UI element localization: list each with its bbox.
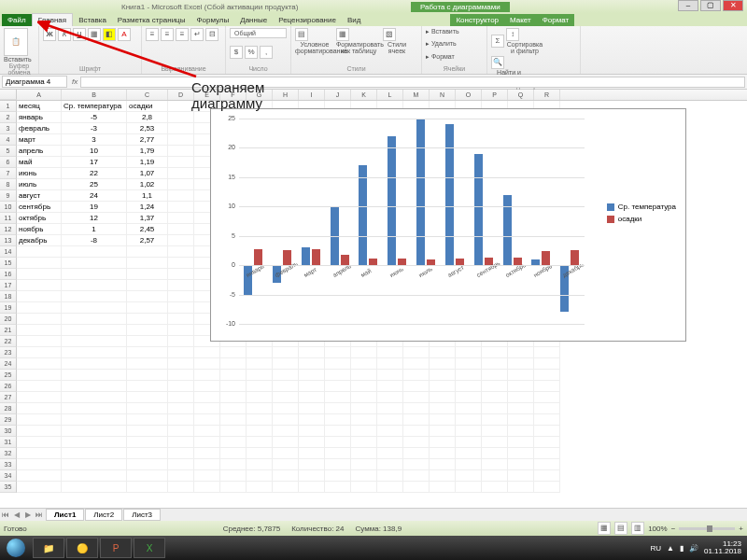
cell[interactable] <box>325 414 351 426</box>
cell[interactable] <box>17 302 62 314</box>
cell[interactable]: май <box>17 157 62 168</box>
cell[interactable] <box>508 403 534 414</box>
cell[interactable]: Ср. температура <box>62 101 127 112</box>
cell[interactable] <box>220 470 247 482</box>
row-header[interactable]: 16 <box>0 269 17 280</box>
cell[interactable] <box>247 426 273 437</box>
cell[interactable]: 25 <box>62 179 127 190</box>
cell[interactable] <box>299 470 325 482</box>
cell[interactable] <box>62 381 127 392</box>
cell[interactable] <box>247 437 273 448</box>
cell[interactable] <box>456 358 482 370</box>
chart-bar[interactable] <box>359 165 367 265</box>
cell[interactable] <box>168 112 194 123</box>
cell[interactable]: 10 <box>62 146 127 157</box>
cell[interactable] <box>534 426 560 437</box>
row-header[interactable]: 17 <box>0 280 17 291</box>
cell[interactable] <box>247 448 273 459</box>
cell[interactable] <box>508 459 534 470</box>
cell[interactable] <box>168 101 194 112</box>
find-select-button[interactable]: 🔍 <box>491 56 504 69</box>
cell[interactable] <box>220 403 247 414</box>
cell[interactable] <box>17 381 62 392</box>
cell[interactable] <box>168 258 194 269</box>
cell[interactable] <box>508 470 534 482</box>
cell[interactable] <box>168 269 194 280</box>
cell[interactable] <box>377 392 403 403</box>
cell[interactable] <box>482 448 508 459</box>
cell[interactable] <box>508 482 534 493</box>
cell[interactable] <box>377 381 403 392</box>
row-header[interactable]: 31 <box>0 437 17 448</box>
cell[interactable] <box>534 381 560 392</box>
number-format-select[interactable]: Общий <box>230 28 287 38</box>
cell[interactable] <box>430 470 456 482</box>
cell[interactable] <box>534 392 560 403</box>
cell[interactable]: 2,45 <box>127 224 168 235</box>
cell[interactable] <box>127 358 168 370</box>
column-header[interactable]: O <box>456 90 482 100</box>
cell[interactable] <box>377 482 403 493</box>
cell[interactable] <box>127 336 168 347</box>
chart-bar[interactable] <box>302 247 310 265</box>
row-header[interactable]: 14 <box>0 246 17 258</box>
cell[interactable] <box>220 392 247 403</box>
cell[interactable] <box>127 437 168 448</box>
cell[interactable] <box>168 202 194 213</box>
cell[interactable] <box>127 426 168 437</box>
cell[interactable] <box>430 448 456 459</box>
row-header[interactable]: 10 <box>0 202 17 213</box>
cell[interactable] <box>534 358 560 370</box>
cell[interactable]: февраль <box>17 123 62 134</box>
cell[interactable] <box>62 302 127 314</box>
cell[interactable] <box>403 470 430 482</box>
cell[interactable] <box>403 482 430 493</box>
cell[interactable] <box>168 280 194 291</box>
cell[interactable] <box>351 358 377 370</box>
cell[interactable] <box>508 448 534 459</box>
cell[interactable] <box>17 448 62 459</box>
cell[interactable] <box>508 381 534 392</box>
cell[interactable] <box>17 370 62 381</box>
row-header[interactable]: 13 <box>0 235 17 246</box>
cell[interactable] <box>325 347 351 358</box>
cell[interactable] <box>220 414 247 426</box>
cell[interactable] <box>62 459 127 470</box>
cell[interactable] <box>325 370 351 381</box>
cell[interactable] <box>62 258 127 269</box>
view-pagebreak-button[interactable]: ▥ <box>631 522 644 535</box>
cell[interactable] <box>17 347 62 358</box>
row-header[interactable]: 18 <box>0 291 17 302</box>
cell[interactable] <box>273 392 299 403</box>
cell[interactable] <box>17 291 62 302</box>
cell[interactable] <box>456 482 482 493</box>
cell[interactable] <box>168 235 194 246</box>
close-button[interactable]: ✕ <box>723 0 743 11</box>
cell[interactable] <box>247 470 273 482</box>
cell[interactable]: ноябрь <box>17 224 62 235</box>
maximize-button[interactable]: ▢ <box>700 0 721 11</box>
cell[interactable]: январь <box>17 112 62 123</box>
cell[interactable] <box>62 392 127 403</box>
cell[interactable] <box>273 482 299 493</box>
select-all-corner[interactable] <box>0 90 17 100</box>
row-header[interactable]: 6 <box>0 157 17 168</box>
cell[interactable] <box>273 448 299 459</box>
cell[interactable] <box>534 437 560 448</box>
cell[interactable]: осадки <box>127 101 168 112</box>
chart-bar[interactable] <box>398 259 406 265</box>
cell[interactable] <box>168 403 194 414</box>
cell[interactable]: 1,02 <box>127 179 168 190</box>
cell[interactable] <box>62 280 127 291</box>
cell[interactable] <box>325 392 351 403</box>
column-header[interactable]: P <box>482 90 508 100</box>
cell[interactable] <box>220 459 247 470</box>
cell[interactable] <box>456 381 482 392</box>
tray-network-icon[interactable]: ▮ <box>680 544 684 553</box>
cell[interactable] <box>17 280 62 291</box>
cell[interactable] <box>127 325 168 336</box>
tab-file[interactable]: Файл <box>2 14 32 26</box>
cell[interactable] <box>534 482 560 493</box>
cell[interactable] <box>17 314 62 325</box>
cell[interactable]: 2,8 <box>127 112 168 123</box>
